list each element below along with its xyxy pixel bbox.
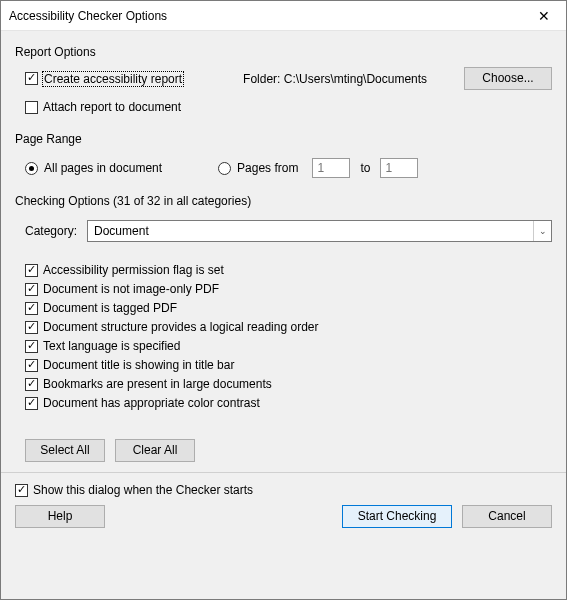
create-report-label: Create accessibility report (43, 72, 183, 86)
report-options-label: Report Options (15, 45, 552, 59)
option-checkbox[interactable] (25, 321, 38, 334)
start-checking-button[interactable]: Start Checking (342, 505, 452, 528)
option-checkbox[interactable] (25, 397, 38, 410)
page-range-label: Page Range (15, 132, 552, 146)
create-report-row: Create accessibility report Folder: C:\U… (15, 67, 552, 90)
page-to-input[interactable]: 1 (380, 158, 418, 178)
option-checkbox[interactable] (25, 378, 38, 391)
category-value: Document (94, 224, 533, 238)
category-label: Category: (25, 224, 77, 238)
all-pages-radio[interactable] (25, 162, 38, 175)
select-clear-row: Select All Clear All (15, 439, 552, 462)
category-row: Category: Document ⌄ (15, 220, 552, 242)
select-all-button[interactable]: Select All (25, 439, 105, 462)
choose-folder-button[interactable]: Choose... (464, 67, 552, 90)
help-button[interactable]: Help (15, 505, 105, 528)
option-checkbox[interactable] (25, 340, 38, 353)
option-label: Text language is specified (43, 339, 180, 353)
checking-option-list: Accessibility permission flag is set Doc… (15, 258, 552, 415)
cancel-button[interactable]: Cancel (462, 505, 552, 528)
to-label: to (360, 161, 370, 175)
window-title: Accessibility Checker Options (9, 9, 521, 23)
folder-path-label: Folder: C:\Users\mting\Documents (243, 72, 427, 86)
all-pages-label: All pages in document (44, 161, 162, 175)
option-checkbox[interactable] (25, 283, 38, 296)
option-label: Document structure provides a logical re… (43, 320, 318, 334)
option-label: Document has appropriate color contrast (43, 396, 260, 410)
close-icon: ✕ (538, 8, 550, 24)
option-label: Document is not image-only PDF (43, 282, 219, 296)
option-checkbox[interactable] (25, 302, 38, 315)
show-dialog-label: Show this dialog when the Checker starts (33, 483, 253, 497)
close-button[interactable]: ✕ (521, 1, 566, 31)
show-dialog-checkbox[interactable] (15, 484, 28, 497)
dialog-content: Report Options Create accessibility repo… (1, 31, 566, 599)
option-label: Accessibility permission flag is set (43, 263, 224, 277)
page-range-row: All pages in document Pages from 1 to 1 (15, 158, 552, 178)
option-checkbox[interactable] (25, 359, 38, 372)
chevron-down-icon: ⌄ (533, 221, 551, 241)
option-label: Bookmarks are present in large documents (43, 377, 272, 391)
clear-all-button[interactable]: Clear All (115, 439, 195, 462)
pages-from-radio[interactable] (218, 162, 231, 175)
dialog-window: Accessibility Checker Options ✕ Report O… (0, 0, 567, 600)
attach-report-label: Attach report to document (43, 100, 181, 114)
option-label: Document title is showing in title bar (43, 358, 234, 372)
checking-options-label: Checking Options (31 of 32 in all catego… (15, 194, 552, 208)
create-report-checkbox[interactable] (25, 72, 38, 85)
category-select[interactable]: Document ⌄ (87, 220, 552, 242)
option-checkbox[interactable] (25, 264, 38, 277)
attach-report-checkbox[interactable] (25, 101, 38, 114)
titlebar: Accessibility Checker Options ✕ (1, 1, 566, 31)
page-from-input[interactable]: 1 (312, 158, 350, 178)
footer-buttons: Help Start Checking Cancel (15, 501, 552, 532)
divider (1, 472, 566, 473)
pages-from-label: Pages from (237, 161, 298, 175)
option-label: Document is tagged PDF (43, 301, 177, 315)
